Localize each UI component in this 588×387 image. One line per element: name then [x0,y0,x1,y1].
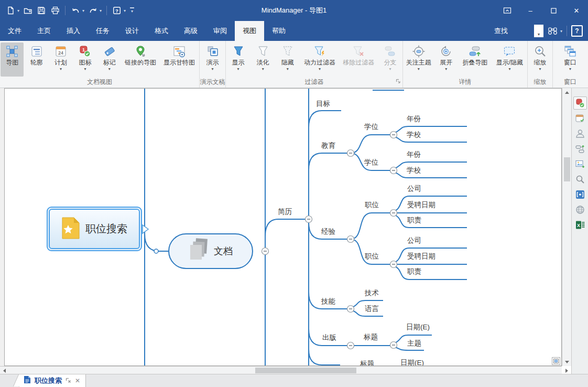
new-document-icon[interactable] [5,5,16,16]
image-library-pane-icon[interactable] [573,157,587,170]
show-gantt-button[interactable]: 显示甘特图 [160,42,199,77]
topic-degree[interactable]: 学位 [364,122,378,132]
topic-experience[interactable]: 经验 [321,227,335,236]
resources-pane-icon[interactable] [573,127,587,140]
document-tab[interactable]: 职位搜索 ✕ [19,374,86,387]
icons-button[interactable]: 1 图标 ▾ [73,42,96,77]
expand-button[interactable]: 展开 ▾ [435,42,458,77]
binoculars-icon[interactable] [548,26,558,36]
slides-button[interactable]: 演示 ▾ [200,42,225,77]
topic-education[interactable]: 教育 [321,141,335,150]
tab-advanced[interactable]: 高级 [176,21,205,41]
tags-button[interactable]: 标记 ▾ [98,42,121,77]
horizontal-scrollbar[interactable] [0,366,562,374]
topic-language[interactable]: 语言 [365,304,379,314]
topic-title[interactable]: 标题 [364,332,378,342]
topic-position[interactable]: 职位 [365,252,379,261]
help-button[interactable]: ? [571,25,583,37]
fade-filter-button[interactable]: 淡化 ▾ [251,42,275,77]
select-pane-icon[interactable] [573,188,587,201]
save-icon[interactable] [36,5,47,16]
tab-review[interactable]: 审阅 [205,21,235,41]
scroll-left-arrow[interactable] [1,367,8,374]
window-button[interactable]: 窗口 ▾ [558,42,583,77]
linked-maps-button[interactable]: 链接的导图 [122,42,159,77]
customize-qat-icon[interactable]: ▾ [129,5,135,16]
tab-float-icon[interactable] [66,378,71,384]
search-pane-icon[interactable] [573,173,587,186]
web-globe-pane-icon[interactable] [573,203,587,216]
hide-filter-button[interactable]: 隐藏 ▾ [276,42,299,77]
tab-view[interactable]: 视图 [235,21,264,41]
topic-hire-date[interactable]: 受聘日期 [407,252,435,261]
outline-view-button[interactable]: 轮廓 [25,42,48,77]
maximize-button[interactable] [542,0,565,21]
ribbon-display-options-icon[interactable] [496,0,519,21]
map-view-button[interactable]: 导图 [1,42,24,77]
topic-year[interactable]: 年份 [407,114,421,124]
topic-date-e[interactable]: 日期(E) [400,358,424,366]
central-topic[interactable]: 职位搜索 [47,207,142,251]
topic-documents[interactable]: 文档 [168,233,253,269]
scroll-down-arrow[interactable] [562,358,572,366]
tab-format[interactable]: 格式 [147,21,176,41]
zoom-button[interactable]: 缩放 ▾ [528,42,552,77]
undo-caret[interactable]: ▾ [82,8,84,13]
filter-dialog-launcher-icon[interactable] [396,77,401,86]
topic-goal[interactable]: 目标 [316,99,330,109]
help-caret[interactable]: ▾ [124,8,126,13]
topic-resume[interactable]: 简历 [278,207,292,217]
topic-subject[interactable]: 主题 [407,339,421,348]
topic-skills[interactable]: 技能 [321,297,335,306]
tab-close-icon[interactable]: ✕ [75,377,80,384]
topic-company[interactable]: 公司 [407,236,421,245]
tab-task[interactable]: 任务 [88,21,117,41]
show-filter-button[interactable]: 显示 ▾ [226,42,250,77]
topic-company[interactable]: 公司 [407,184,421,194]
schedule-view-button[interactable]: 24 计划 ▾ [49,42,72,77]
map-parts-pane-icon[interactable] [573,142,587,155]
undo-icon[interactable] [70,5,81,16]
topic-publications[interactable]: 出版 [322,333,336,342]
tab-insert[interactable]: 插入 [59,21,88,41]
topic-duties[interactable]: 职责 [407,216,421,225]
tab-home[interactable]: 主页 [29,21,59,41]
topic-school[interactable]: 学校 [407,130,421,139]
find-label[interactable]: 查找 [494,26,508,36]
topic-position[interactable]: 职位 [365,200,379,210]
topic-school[interactable]: 学校 [407,166,421,175]
scroll-up-arrow[interactable] [562,88,572,96]
minimize-button[interactable]: – [519,0,542,21]
topic-year[interactable]: 年份 [407,150,421,159]
open-folder-icon[interactable] [23,5,33,16]
task-info-pane-icon[interactable] [573,112,587,125]
fit-map-button[interactable] [552,357,560,365]
redo-caret[interactable]: ▾ [100,8,102,13]
find-caret[interactable]: ▾ [560,29,562,34]
topic-title[interactable]: 标题 [360,359,374,366]
topic-tech[interactable]: 技术 [365,288,379,298]
topic-hire-date[interactable]: 受聘日期 [407,200,435,210]
topic-duties[interactable]: 职责 [407,267,421,276]
find-scope-dropdown[interactable]: ▾ [534,25,543,37]
collapse-map-button[interactable]: 折叠导图 [459,42,492,77]
close-button[interactable]: ✕ [565,0,588,21]
vertical-scroll-thumb[interactable] [564,157,570,181]
scroll-right-arrow[interactable] [563,367,570,374]
tab-help[interactable]: 帮助 [264,21,293,41]
excel-pane-icon[interactable]: X [573,218,587,231]
horizontal-scroll-thumb[interactable] [255,368,356,373]
marker-pane-icon[interactable] [573,96,587,110]
tab-file[interactable]: 文件 [0,21,29,41]
new-document-caret[interactable]: ▾ [17,8,19,13]
vertical-scrollbar[interactable] [562,88,571,366]
focus-topic-button[interactable]: 关注主题 ▾ [404,42,434,77]
topic-degree[interactable]: 学位 [364,158,378,167]
print-icon[interactable] [50,5,60,16]
redo-icon[interactable] [88,5,98,16]
power-filter-button[interactable]: 动力过滤器 ▾ [300,42,339,77]
show-hide-button[interactable]: 显示/隐藏 ▾ [493,42,527,77]
map-canvas[interactable]: 职位搜索 文档 目标 年份 学位 学校 教育 年份 学位 学校 公司 职位 受聘… [4,88,562,366]
tab-design[interactable]: 设计 [117,21,147,41]
topic-date-e[interactable]: 日期(E) [406,322,430,332]
